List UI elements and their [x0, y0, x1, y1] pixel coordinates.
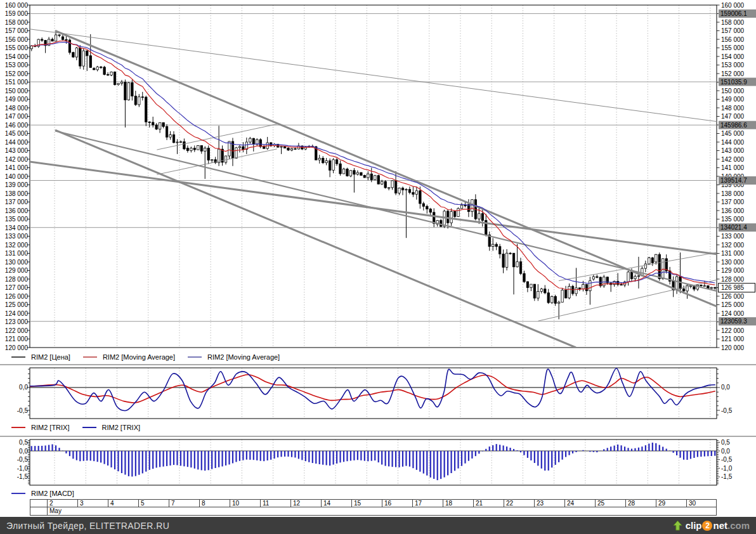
credit-bar: Элитный Трейдер, ELITETRADER.RU clip 2 n…: [0, 517, 756, 534]
svg-text:133 000: 133 000: [5, 233, 29, 240]
credit-text: Элитный Трейдер, ELITETRADER.RU: [6, 521, 169, 531]
svg-text:139514.7: 139514.7: [720, 177, 747, 184]
svg-text:144 000: 144 000: [5, 139, 29, 146]
svg-text:159006.1: 159006.1: [720, 10, 747, 17]
legend-swatch-icon: [11, 427, 25, 428]
svg-text:-1,5: -1,5: [17, 473, 29, 480]
svg-text:147 000: 147 000: [721, 113, 745, 120]
svg-text:151035.9: 151035.9: [720, 79, 747, 86]
svg-text:122 000: 122 000: [721, 327, 745, 334]
svg-text:160 000: 160 000: [5, 2, 29, 9]
svg-text:154 000: 154 000: [5, 53, 29, 60]
legend-swatch-icon: [82, 427, 96, 428]
svg-text:155 000: 155 000: [721, 44, 745, 51]
svg-text:160 000: 160 000: [721, 2, 745, 9]
svg-text:153 000: 153 000: [5, 62, 29, 68]
svg-text:127 000: 127 000: [5, 284, 29, 291]
logo-net: net: [713, 520, 727, 531]
svg-text:125 000: 125 000: [721, 301, 745, 308]
svg-text:132 000: 132 000: [5, 242, 29, 249]
svg-text:153 000: 153 000: [721, 62, 745, 68]
clip2net-logo[interactable]: clip 2 net .com: [673, 520, 750, 531]
svg-text:137 000: 137 000: [5, 199, 29, 205]
date-cell: 14: [321, 499, 351, 507]
svg-text:0,0: 0,0: [721, 448, 730, 455]
month-cell-empty: [30, 507, 47, 516]
svg-text:145 000: 145 000: [5, 130, 29, 137]
svg-text:158 000: 158 000: [721, 19, 745, 26]
svg-text:132 000: 132 000: [721, 242, 745, 249]
svg-text:151 000: 151 000: [5, 79, 29, 86]
date-cell: 17: [412, 499, 443, 507]
svg-text:131 000: 131 000: [5, 250, 29, 257]
legend-item: RIM2 [TRIX]: [11, 424, 70, 431]
macd-legend: RIM2 [MACD]: [0, 488, 87, 498]
trendlines: [30, 29, 717, 348]
svg-text:142 000: 142 000: [5, 156, 29, 163]
date-cell: 5: [138, 499, 169, 507]
svg-text:122 000: 122 000: [5, 327, 29, 334]
svg-text:128 000: 128 000: [5, 276, 29, 283]
svg-text:-0,5: -0,5: [17, 456, 29, 463]
legend-swatch-icon: [188, 356, 202, 358]
legend-swatch-icon: [83, 356, 97, 358]
legend-label: RIM2 [Moving Average]: [103, 353, 175, 361]
logo-clip: clip: [686, 520, 702, 531]
date-cell: 16: [382, 499, 412, 507]
svg-text:-0,5: -0,5: [721, 407, 733, 414]
svg-text:147 000: 147 000: [5, 113, 29, 120]
date-cell: 29: [656, 499, 686, 507]
svg-text:152 000: 152 000: [5, 70, 29, 77]
trix-legend: RIM2 [TRIX]RIM2 [TRIX]: [0, 422, 153, 433]
svg-text:0,0: 0,0: [19, 384, 28, 391]
trix-line: [30, 368, 715, 411]
svg-text:129 000: 129 000: [5, 267, 29, 274]
date-axis: 23457810111214151617182122232425282930Ma…: [30, 499, 717, 516]
svg-text:-1,0: -1,0: [17, 465, 29, 472]
legend-item: RIM2 [Цена]: [11, 353, 70, 361]
svg-text:155 000: 155 000: [5, 44, 29, 51]
legend-label: RIM2 [TRIX]: [102, 424, 141, 431]
svg-text:137 000: 137 000: [721, 199, 745, 205]
svg-text:123 000: 123 000: [5, 318, 29, 325]
legend-item: RIM2 [MACD]: [11, 490, 74, 497]
svg-text:130 000: 130 000: [721, 259, 745, 266]
svg-text:146 000: 146 000: [5, 122, 29, 129]
legend-swatch-icon: [11, 356, 25, 358]
svg-text:145986.6: 145986.6: [720, 122, 747, 129]
svg-text:120 000: 120 000: [5, 344, 29, 351]
legend-label: RIM2 [MACD]: [31, 490, 74, 497]
svg-text:143 000: 143 000: [5, 147, 29, 154]
svg-text:154 000: 154 000: [721, 53, 745, 60]
svg-text:136 000: 136 000: [721, 207, 745, 214]
date-cell: 18: [443, 499, 473, 507]
svg-text:148 000: 148 000: [5, 105, 29, 112]
svg-text:150 000: 150 000: [721, 88, 745, 94]
svg-text:131 000: 131 000: [721, 250, 745, 257]
svg-text:129 000: 129 000: [721, 267, 745, 274]
legend-label: RIM2 [Цена]: [31, 353, 70, 361]
svg-text:141 000: 141 000: [721, 164, 745, 171]
svg-text:134 000: 134 000: [5, 225, 29, 231]
svg-text:121 000: 121 000: [5, 335, 29, 342]
svg-text:141 000: 141 000: [5, 164, 29, 171]
current-price-label: 126 985: [719, 283, 755, 292]
svg-text:148 000: 148 000: [721, 105, 745, 112]
legend-swatch-icon: [11, 493, 25, 494]
svg-text:138 000: 138 000: [5, 190, 29, 197]
svg-text:0,5: 0,5: [19, 439, 28, 446]
svg-text:150 000: 150 000: [5, 88, 29, 94]
moving-average-line: [32, 41, 715, 290]
macd-axis-labels: 0,50,50,00,0-0,5-0,5-1,0-1,0-1,5-1,5: [17, 439, 733, 484]
svg-text:123059.3: 123059.3: [720, 318, 747, 325]
date-cell: 28: [625, 499, 656, 507]
svg-text:124 000: 124 000: [5, 310, 29, 317]
upload-arrow-icon: [673, 521, 682, 531]
svg-text:121 000: 121 000: [721, 335, 745, 342]
svg-text:157 000: 157 000: [721, 27, 745, 34]
svg-text:149 000: 149 000: [5, 96, 29, 103]
svg-text:140 000: 140 000: [5, 173, 29, 180]
date-cell: 25: [595, 499, 625, 507]
svg-text:-0,5: -0,5: [17, 407, 29, 414]
svg-text:139 000: 139 000: [5, 181, 29, 188]
